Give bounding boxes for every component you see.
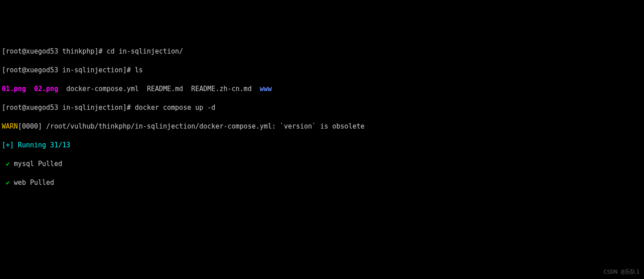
file: README.md xyxy=(147,85,183,93)
file-png: 01.png xyxy=(2,85,26,93)
file: README.zh-cn.md xyxy=(191,85,251,93)
terminal-line: [root@xuegod53 in-sqlinjection]# docker … xyxy=(2,103,642,112)
check-icon: ✔ xyxy=(2,179,10,187)
pulled-line: ✔ web Pulled xyxy=(2,178,642,187)
warn-line: WARN[0000] /root/vulhub/thinkphp/in-sqli… xyxy=(2,122,642,131)
directory: www xyxy=(260,85,272,93)
terminal-line: [root@xuegod53 in-sqlinjection]# ls xyxy=(2,66,642,75)
file-png: 02.png xyxy=(34,85,58,93)
check-icon: ✔ xyxy=(2,160,10,168)
terminal-output: [root@xuegod53 thinkphp]# cd in-sqlinjec… xyxy=(2,37,642,279)
watermark: CSDN @乐队1 xyxy=(603,267,640,276)
blank-space xyxy=(2,197,642,279)
running-line: [+] Running 31/13 xyxy=(2,141,642,150)
ls-output: 01.png 02.png docker-compose.yml README.… xyxy=(2,84,642,94)
pulled-line: ✔ mysql Pulled xyxy=(2,159,642,169)
file: docker-compose.yml xyxy=(66,85,139,93)
terminal-line: [root@xuegod53 thinkphp]# cd in-sqlinjec… xyxy=(2,47,642,56)
